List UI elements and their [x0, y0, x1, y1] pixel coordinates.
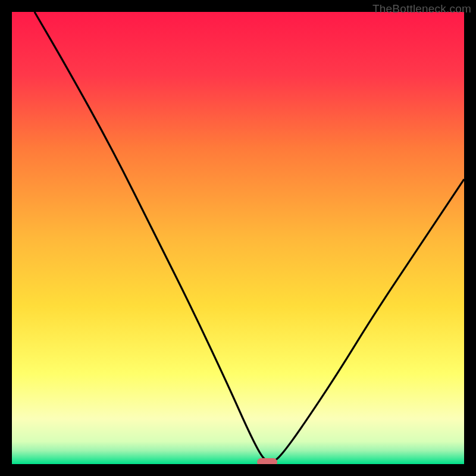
watermark-label: TheBottleneck.com: [372, 2, 471, 15]
chart-plot-area: [12, 12, 464, 464]
bottleneck-curve: [12, 12, 464, 464]
optimal-point-marker: [257, 458, 277, 464]
